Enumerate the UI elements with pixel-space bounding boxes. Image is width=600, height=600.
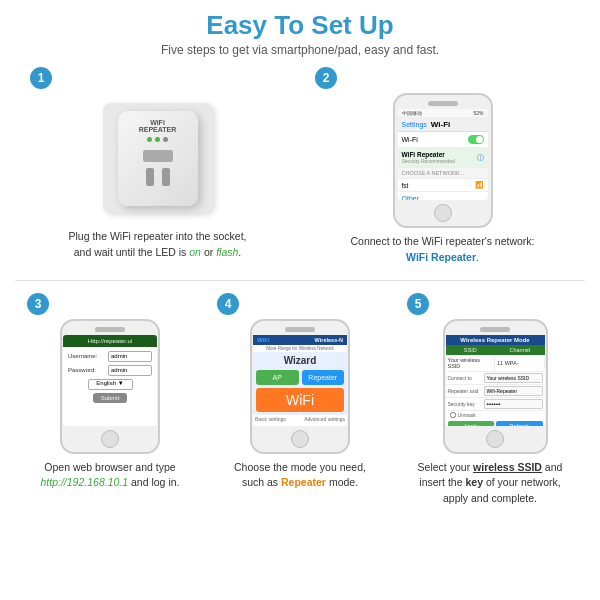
step5-badge: 5 [407, 293, 429, 315]
other-network-row[interactable]: Other... [398, 192, 488, 200]
connect-to-row: Connect to Your wireless SSID [446, 372, 545, 385]
advanced-settings-link[interactable]: Advanced settings [304, 416, 345, 422]
brand-label: WiFi [257, 337, 270, 343]
submit-button[interactable]: Submit [93, 393, 128, 403]
ssid-col-header: SSID [446, 345, 496, 355]
repeater-ssid-row: Repeater ssid Wifi-Repeater [446, 385, 545, 398]
security-label: Security Recommended [402, 158, 455, 164]
step3-block: 3 Http://repeater.ui Username: admin [15, 293, 205, 507]
ssid-action-btns: Apply Refresh [446, 419, 545, 426]
refresh-button[interactable]: Refresh [496, 421, 543, 426]
wifi-logo-icon: WiFi [286, 392, 314, 408]
step4-badge: 4 [217, 293, 239, 315]
phone-screen-2: 中国移动 52% Settings Wi-Fi Wi-Fi [398, 109, 488, 200]
page-title: Easy To Set Up [206, 10, 393, 41]
phone-home-btn-3[interactable] [101, 430, 119, 448]
phone-speaker-4 [285, 327, 315, 332]
mode-header: WiFi Wireless-N [253, 335, 347, 345]
channel-col-header: Channel [495, 345, 545, 355]
mode-btn-row: AP Repeater [256, 370, 344, 385]
ssid-table-header: SSID Channel [446, 345, 545, 355]
step5-phone-wrapper: Wireless Repeater Mode SSID Channel Your… [433, 319, 548, 454]
ssid-data-row: Your wireless SSID 11 WPA- [446, 355, 545, 372]
browser-url-bar[interactable]: Http://repeater.ui [63, 335, 157, 347]
step2-image: 中国移动 52% Settings Wi-Fi Wi-Fi [305, 93, 580, 228]
mode-links: Basic settings Advanced settings [253, 415, 347, 423]
phone-body-2: 中国移动 52% Settings Wi-Fi Wi-Fi [393, 93, 493, 228]
username-input[interactable]: admin [108, 351, 152, 362]
unmask-checkbox[interactable] [450, 412, 456, 418]
prong-left [146, 168, 154, 186]
security-key-row: Security key •••••••• [446, 398, 545, 411]
basic-settings-link[interactable]: Basic settings [255, 416, 286, 422]
step4-desc: Choose the mode you need, such as Repeat… [234, 460, 366, 492]
repeater-logo: WiFiREPEATER [139, 119, 177, 133]
password-input[interactable]: admin [108, 365, 152, 376]
step5-block: 5 Wireless Repeater Mode SSID Channel [395, 293, 585, 507]
step4-image: WiFi Wireless-N More Range for Wireless … [207, 319, 393, 454]
phone-body-3: Http://repeater.ui Username: admin Passw… [60, 319, 160, 454]
page-subtitle: Five steps to get via smartphone/pad, ea… [161, 43, 439, 57]
wifi-signal-icon: 📶 [475, 181, 484, 189]
step5-image: Wireless Repeater Mode SSID Channel Your… [397, 319, 583, 454]
ssid-value-cell: Your wireless SSID [446, 355, 496, 371]
phone-home-btn-4[interactable] [291, 430, 309, 448]
led-row [147, 137, 168, 142]
unmask-row: Unmask [446, 411, 545, 419]
lang-select[interactable]: English ▼ [88, 379, 133, 390]
repeater-mode-btn[interactable]: Repeater [302, 370, 345, 385]
led-2 [155, 137, 160, 142]
phone-speaker-2 [428, 101, 458, 106]
step1-image: WiFiREPEATER [20, 93, 295, 223]
repeater-device-illustration: WiFiREPEATER [93, 93, 223, 223]
username-label: Username: [68, 353, 106, 359]
security-key-input[interactable]: •••••••• [484, 399, 543, 409]
led-1 [147, 137, 152, 142]
step2-badge: 2 [315, 67, 337, 89]
repeater-body: WiFiREPEATER [118, 111, 198, 206]
step3-image: Http://repeater.ui Username: admin Passw… [17, 319, 203, 454]
network-fst-row[interactable]: fst 📶 [398, 179, 488, 192]
settings-back-btn[interactable]: Settings [402, 121, 427, 128]
mode-body: Wizard AP Repeater WiFi [253, 352, 347, 415]
phone-speaker-3 [95, 327, 125, 332]
repeater-ssid-input[interactable]: Wifi-Repeater [484, 386, 543, 396]
battery-label: 52% [473, 110, 483, 116]
step1-block: 1 WiFiREPEATER [15, 67, 300, 266]
login-form: Username: admin Password: admin English [63, 347, 157, 407]
plug-prongs [146, 168, 170, 186]
password-row: Password: admin [68, 365, 152, 376]
page: Easy To Set Up Five steps to get via sma… [0, 0, 600, 600]
phone-home-btn-5[interactable] [486, 430, 504, 448]
apply-button[interactable]: Apply [448, 421, 495, 426]
wifi-toggle[interactable] [468, 135, 484, 144]
ethernet-port [143, 150, 173, 162]
channel-value-cell: 11 WPA- [495, 358, 545, 368]
prong-right [162, 168, 170, 186]
browser-screen: Http://repeater.ui Username: admin Passw… [63, 335, 157, 426]
phone-body-4: WiFi Wireless-N More Range for Wireless … [250, 319, 350, 454]
tagline: More Range for Wireless Network [253, 345, 347, 352]
lang-row: English ▼ [68, 379, 152, 390]
ap-mode-btn[interactable]: AP [256, 370, 299, 385]
wifi-nav-bar: Settings Wi-Fi [398, 118, 488, 132]
step4-block: 4 WiFi Wireless-N More Range for Wireles… [205, 293, 395, 507]
wifi-nav-title: Wi-Fi [431, 120, 450, 129]
mode-screen: WiFi Wireless-N More Range for Wireless … [253, 335, 347, 426]
step2-desc: Connect to the WiFi repeater's network: … [350, 234, 534, 266]
step3-badge: 3 [27, 293, 49, 315]
phone-body-5: Wireless Repeater Mode SSID Channel Your… [443, 319, 548, 454]
status-bar-2: 中国移动 52% [398, 109, 488, 118]
wifi-repeater-network-row[interactable]: WiFi Repeater Security Recommended ⓘ [398, 148, 488, 168]
led-3 [163, 137, 168, 142]
step2-block: 2 中国移动 52% Settings Wi-Fi [300, 67, 585, 266]
phone-home-btn-2[interactable] [434, 204, 452, 222]
step2-phone: 中国移动 52% Settings Wi-Fi Wi-Fi [383, 93, 503, 228]
wifi-toggle-row: Wi-Fi [398, 132, 488, 148]
connect-to-input[interactable]: Your wireless SSID [484, 373, 543, 383]
ssid-screen: Wireless Repeater Mode SSID Channel Your… [446, 335, 545, 426]
step5-desc: Select your wireless SSID and insert the… [418, 460, 563, 507]
divider [15, 280, 585, 281]
step1-desc: Plug the WiFi repeater into the socket, … [68, 229, 246, 261]
wizard-title: Wizard [256, 355, 344, 366]
